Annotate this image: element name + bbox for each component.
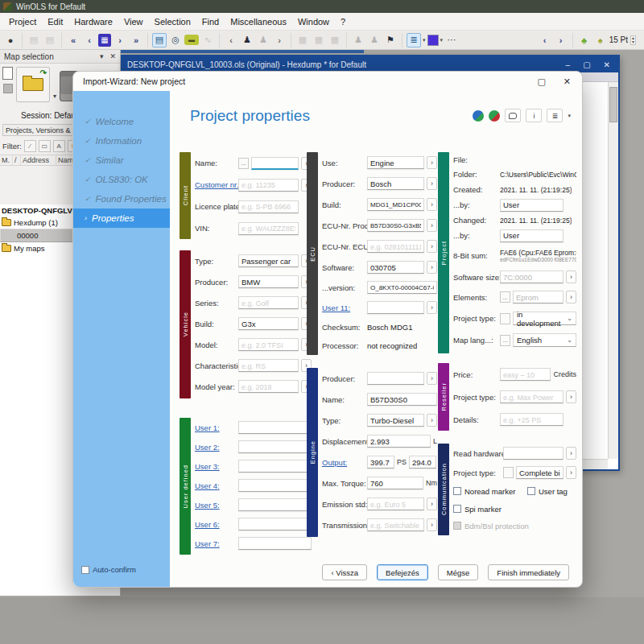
filter-rect-icon[interactable]: ▭ bbox=[39, 140, 51, 152]
vehicle-type-input[interactable] bbox=[238, 254, 299, 267]
output-ps-input[interactable] bbox=[367, 456, 394, 469]
globe-green-icon[interactable] bbox=[489, 110, 500, 122]
transmission-expand-button[interactable]: › bbox=[427, 518, 437, 531]
next-marker-icon[interactable]: › bbox=[272, 33, 287, 47]
ecu-build-input[interactable] bbox=[367, 198, 424, 211]
engine-name-input[interactable] bbox=[367, 393, 437, 406]
elements-browse-button[interactable]: ... bbox=[500, 291, 510, 303]
output-link[interactable]: Output: bbox=[322, 458, 367, 467]
user11-expand-button[interactable]: › bbox=[427, 301, 437, 314]
client-name-input[interactable] bbox=[251, 157, 299, 170]
menu-project[interactable]: Project bbox=[3, 17, 42, 27]
software-input[interactable] bbox=[367, 261, 424, 274]
dialog-titlebar[interactable]: Import-Wizard: New project ▢ ✕ bbox=[73, 72, 582, 91]
engine-producer-input[interactable] bbox=[367, 372, 424, 385]
menu-edit[interactable]: Edit bbox=[42, 17, 68, 27]
more-options-icon[interactable]: ⋯ bbox=[444, 33, 459, 47]
menu-view[interactable]: View bbox=[118, 17, 149, 27]
page-prev-icon[interactable]: ‹ bbox=[538, 33, 552, 47]
customer-nr-input[interactable] bbox=[238, 179, 299, 192]
flag-icon[interactable]: ⚑ bbox=[383, 33, 398, 47]
ecu-producer-expand-button[interactable]: › bbox=[427, 177, 437, 190]
finish-immediately-button[interactable]: Finish immediately bbox=[488, 564, 569, 580]
next-icon[interactable]: › bbox=[113, 33, 127, 47]
map-list-icon[interactable]: ▤ bbox=[152, 33, 167, 47]
prev-icon[interactable]: ‹ bbox=[82, 33, 97, 47]
step-properties[interactable]: › Properties bbox=[73, 208, 170, 228]
last-icon[interactable]: » bbox=[129, 33, 143, 47]
elements-input[interactable] bbox=[513, 291, 564, 303]
cancel-button[interactable]: Mégse bbox=[438, 564, 479, 580]
software-size-expand-button[interactable]: › bbox=[566, 270, 576, 283]
open-project-button[interactable]: ↷ bbox=[16, 67, 50, 102]
ecu-use-input[interactable] bbox=[367, 156, 424, 169]
user6-link[interactable]: User 6: bbox=[195, 520, 238, 529]
step-found-properties[interactable]: ✓ Found Properties bbox=[73, 189, 170, 208]
globe-blue-icon[interactable] bbox=[473, 110, 484, 122]
column-address[interactable]: Address bbox=[21, 155, 56, 165]
user1-input[interactable] bbox=[238, 421, 312, 434]
comm-project-type-expand-button[interactable]: › bbox=[566, 466, 576, 479]
map-lang-select[interactable]: English ⌄ bbox=[513, 333, 576, 347]
vehicle-model-year-input[interactable] bbox=[238, 380, 299, 393]
engine-type-expand-button[interactable]: › bbox=[427, 414, 437, 427]
vehicle-series-input[interactable] bbox=[238, 296, 299, 309]
color-swatch-caret-icon[interactable]: ▾ bbox=[440, 37, 444, 43]
stepper-down-icon[interactable]: ▾ bbox=[632, 40, 634, 44]
step-ols830[interactable]: ✓ OLS830: OK bbox=[73, 170, 170, 189]
ecu-producer-input[interactable] bbox=[367, 177, 424, 190]
notes-caret-icon[interactable]: ▾ bbox=[568, 113, 571, 119]
plant-green-icon[interactable]: ♣ bbox=[577, 33, 592, 47]
read-hardware-expand-button[interactable]: › bbox=[566, 447, 576, 460]
user-tag-checkbox[interactable] bbox=[527, 487, 535, 495]
hexdump-titlebar[interactable]: DESKTOP-QNFGLVL_10003.ols (Original) - H… bbox=[122, 56, 618, 72]
step-information[interactable]: ✓ Information bbox=[73, 131, 170, 151]
read-hardware-input[interactable] bbox=[503, 447, 564, 460]
vehicle-build-input[interactable] bbox=[238, 317, 299, 330]
plant-olive-icon[interactable]: ♠ bbox=[593, 33, 608, 47]
filter-text-icon[interactable]: ⁄ bbox=[24, 140, 36, 152]
menu-window[interactable]: Window bbox=[292, 17, 335, 27]
project-type-select[interactable]: in development ⌄ bbox=[513, 312, 576, 325]
ecu-nr-ecu-input[interactable] bbox=[367, 240, 424, 253]
step-welcome[interactable]: ✓ Welcome bbox=[73, 112, 170, 131]
user4-link[interactable]: User 4: bbox=[195, 481, 238, 490]
list-options-icon[interactable]: ≣ bbox=[407, 33, 421, 47]
ecu-build-expand-button[interactable]: › bbox=[427, 198, 437, 211]
user1-link[interactable]: User 1: bbox=[195, 423, 238, 432]
panel-dropdown-icon[interactable]: ▾ bbox=[100, 52, 104, 60]
emission-expand-button[interactable]: › bbox=[427, 497, 437, 510]
user5-input[interactable] bbox=[238, 498, 312, 511]
marker-dark-icon[interactable]: ♟ bbox=[240, 33, 254, 47]
comm-project-type-input[interactable] bbox=[516, 466, 564, 479]
transmission-input[interactable] bbox=[367, 518, 424, 531]
open-dropdown-icon[interactable]: ▾ bbox=[53, 93, 56, 100]
first-icon[interactable]: « bbox=[66, 33, 80, 47]
vin-input[interactable] bbox=[238, 222, 299, 235]
column-slash[interactable]: / bbox=[13, 155, 21, 165]
user5-link[interactable]: User 5: bbox=[195, 501, 238, 510]
user4-input[interactable] bbox=[238, 479, 312, 492]
name-browse-button[interactable]: ... bbox=[238, 158, 249, 169]
page-next-icon[interactable]: › bbox=[554, 33, 568, 47]
version-input[interactable] bbox=[367, 281, 437, 294]
menu-miscellaneous[interactable]: Miscellaneous bbox=[225, 17, 292, 27]
torque-input[interactable] bbox=[367, 477, 423, 489]
minimize-icon[interactable]: – bbox=[566, 60, 571, 69]
search-icon[interactable]: ◎ bbox=[168, 33, 183, 47]
comm-project-type-aux-button[interactable] bbox=[503, 467, 514, 478]
notify-bell-icon[interactable]: ● bbox=[3, 33, 18, 47]
use-expand-button[interactable]: › bbox=[427, 156, 437, 169]
emission-input[interactable] bbox=[367, 497, 424, 510]
vertical-scroll-thumb[interactable] bbox=[609, 87, 617, 122]
created-by-input[interactable] bbox=[500, 199, 564, 212]
user11-input[interactable] bbox=[367, 301, 424, 314]
color-swatch-button[interactable] bbox=[427, 35, 439, 46]
user7-input[interactable] bbox=[238, 537, 312, 550]
dialog-maximize-icon[interactable]: ▢ bbox=[537, 76, 545, 87]
auto-confirm-checkbox[interactable] bbox=[81, 566, 89, 574]
close-icon[interactable]: ✕ bbox=[604, 60, 610, 69]
prev-marker-icon[interactable]: ‹ bbox=[224, 33, 238, 47]
menu-find[interactable]: Find bbox=[196, 17, 225, 27]
column-m[interactable]: M. bbox=[0, 155, 13, 165]
